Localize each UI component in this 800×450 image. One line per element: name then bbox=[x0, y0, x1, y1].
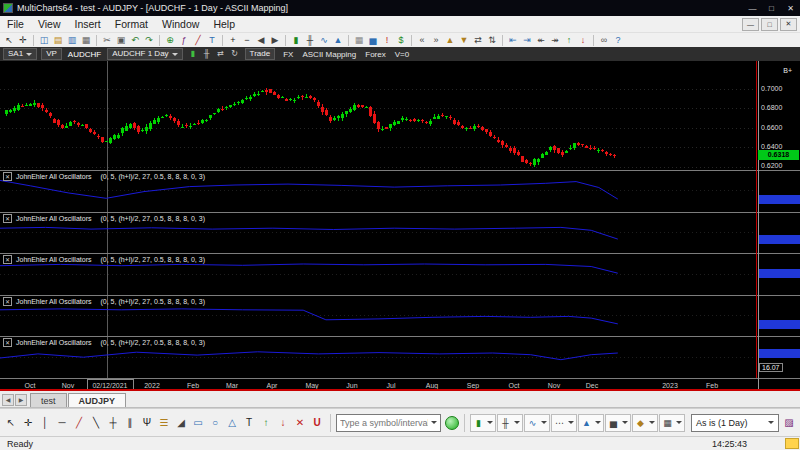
indicator-close-icon[interactable]: ✕ bbox=[3, 338, 12, 347]
arrow-down-icon[interactable]: ▼ bbox=[457, 34, 471, 47]
draw-vertical-line-icon[interactable]: │ bbox=[37, 414, 53, 431]
indicator-close-icon[interactable]: ✕ bbox=[3, 214, 12, 223]
draw-trendline-icon[interactable]: ╱ bbox=[71, 414, 87, 431]
crosshair-icon[interactable]: ✛ bbox=[16, 34, 30, 47]
draw-crosshair-icon[interactable]: ✛ bbox=[20, 414, 36, 431]
indicator-close-icon[interactable]: ✕ bbox=[3, 172, 12, 181]
cut-icon[interactable]: ✂ bbox=[100, 34, 114, 47]
zoom-out-icon[interactable]: − bbox=[240, 34, 254, 47]
apply-symbol-button[interactable] bbox=[445, 416, 459, 430]
menu-item-view[interactable]: View bbox=[31, 17, 68, 31]
trade-panel-icon[interactable]: $ bbox=[394, 34, 408, 47]
dock-right-icon[interactable]: ⇥ bbox=[520, 34, 534, 47]
menu-item-insert[interactable]: Insert bbox=[68, 17, 108, 31]
tab-audjpy[interactable]: AUDJPY bbox=[68, 393, 127, 407]
help-icon[interactable]: ? bbox=[611, 34, 625, 47]
undo-icon[interactable]: ↶ bbox=[128, 34, 142, 47]
insert-text-icon[interactable]: T bbox=[205, 34, 219, 47]
header-compress-icon[interactable]: ⇄ bbox=[215, 48, 227, 60]
ascii-mapping-mode-label[interactable]: ASCII Mapping bbox=[302, 50, 356, 59]
step-forward-icon[interactable]: ↠ bbox=[548, 34, 562, 47]
arrow-up-icon[interactable]: ▲ bbox=[443, 34, 457, 47]
area-type-button[interactable]: ▲ bbox=[578, 414, 604, 432]
remove-drawing-icon[interactable]: ✕ bbox=[292, 414, 308, 431]
sa1-dropdown[interactable]: SA1 bbox=[3, 48, 37, 60]
chart-area[interactable]: OctNov02/12/20212022FebMarAprMayJunJulAu… bbox=[0, 61, 800, 391]
draw-gann-fan-icon[interactable]: ◢ bbox=[173, 414, 189, 431]
area-style-icon[interactable]: ▲ bbox=[331, 34, 345, 47]
insert-study-icon[interactable]: ƒ bbox=[177, 34, 191, 47]
draw-ray-icon[interactable]: ╲ bbox=[88, 414, 104, 431]
draw-arrow-down-icon[interactable]: ↓ bbox=[275, 414, 291, 431]
mdi-restore-button[interactable]: □ bbox=[761, 18, 778, 31]
dot-type-button[interactable]: ⋯ bbox=[551, 414, 577, 432]
header-candle-icon[interactable]: ▮ bbox=[187, 48, 199, 60]
print-icon[interactable]: ▦ bbox=[79, 34, 93, 47]
pan-up-icon[interactable]: ↑ bbox=[562, 34, 576, 47]
vp-button[interactable]: VP bbox=[41, 48, 62, 60]
tab-scroll-right-button[interactable]: ▶ bbox=[15, 394, 27, 406]
menu-item-window[interactable]: Window bbox=[155, 17, 206, 31]
menu-item-file[interactable]: File bbox=[0, 17, 31, 31]
indicator-close-icon[interactable]: ✕ bbox=[3, 297, 12, 306]
scroll-right-icon[interactable]: ▶ bbox=[268, 34, 282, 47]
menu-item-format[interactable]: Format bbox=[108, 17, 155, 31]
maximize-button[interactable]: □ bbox=[762, 0, 781, 16]
renko-type-button[interactable]: ▦ bbox=[659, 414, 685, 432]
candlestick-type-button[interactable]: ▮ bbox=[470, 414, 496, 432]
chevron-down-icon[interactable] bbox=[431, 421, 437, 424]
draw-pitchfork-icon[interactable]: Ψ bbox=[139, 414, 155, 431]
tab-scroll-left-button[interactable]: ◀ bbox=[2, 394, 14, 406]
draw-text-icon[interactable]: T bbox=[241, 414, 257, 431]
insert-trendline-icon[interactable]: ╱ bbox=[191, 34, 205, 47]
draw-parallel-channel-icon[interactable]: ∥ bbox=[122, 414, 138, 431]
bar-style-icon[interactable]: ╫ bbox=[303, 34, 317, 47]
save-workspace-icon[interactable]: ▥ bbox=[65, 34, 79, 47]
volume-mode-label[interactable]: V=0 bbox=[395, 50, 409, 59]
compress-left-icon[interactable]: « bbox=[415, 34, 429, 47]
draw-ellipse-icon[interactable]: ○ bbox=[207, 414, 223, 431]
open-workspace-icon[interactable]: ▤ bbox=[51, 34, 65, 47]
minimize-button[interactable]: — bbox=[743, 0, 762, 16]
pointer-icon[interactable]: ↖ bbox=[2, 34, 16, 47]
tab-test[interactable]: test bbox=[30, 393, 67, 407]
insert-symbol-icon[interactable]: ⊕ bbox=[163, 34, 177, 47]
magnet-mode-icon[interactable]: U bbox=[309, 414, 325, 431]
draw-arrow-up-icon[interactable]: ↑ bbox=[258, 414, 274, 431]
copy-icon[interactable]: ▣ bbox=[114, 34, 128, 47]
draw-triangle-icon[interactable]: △ bbox=[224, 414, 240, 431]
compress-right-icon[interactable]: » bbox=[429, 34, 443, 47]
menu-item-help[interactable]: Help bbox=[206, 17, 242, 31]
scroll-left-icon[interactable]: ◀ bbox=[254, 34, 268, 47]
style-apply-icon[interactable]: ▨ bbox=[781, 414, 797, 431]
alerts-icon[interactable]: ! bbox=[380, 34, 394, 47]
grid-toggle-icon[interactable]: ▦ bbox=[352, 34, 366, 47]
notification-box[interactable] bbox=[785, 438, 799, 449]
step-back-icon[interactable]: ↞ bbox=[534, 34, 548, 47]
histogram-type-button[interactable]: ▅ bbox=[605, 414, 631, 432]
draw-rectangle-icon[interactable]: ▭ bbox=[190, 414, 206, 431]
symbol-combo[interactable] bbox=[336, 414, 441, 432]
swap-horizontal-icon[interactable]: ⇄ bbox=[471, 34, 485, 47]
series-dropdown[interactable]: AUDCHF 1 Day bbox=[107, 48, 182, 60]
volume-toggle-icon[interactable]: ▅ bbox=[366, 34, 380, 47]
trade-button[interactable]: Trade bbox=[245, 48, 276, 60]
line-style-icon[interactable]: ∿ bbox=[317, 34, 331, 47]
draw-pointer-icon[interactable]: ↖ bbox=[3, 414, 19, 431]
fx-mode-label[interactable]: FX bbox=[283, 50, 293, 59]
mdi-close-button[interactable]: ✕ bbox=[780, 18, 797, 31]
dock-left-icon[interactable]: ⇤ bbox=[506, 34, 520, 47]
header-refresh-icon[interactable]: ↻ bbox=[229, 48, 241, 60]
resolution-select[interactable]: As is (1 Day) bbox=[691, 414, 779, 432]
forex-mode-label[interactable]: Forex bbox=[365, 50, 385, 59]
candle-style-icon[interactable]: ▮ bbox=[289, 34, 303, 47]
redo-icon[interactable]: ↷ bbox=[142, 34, 156, 47]
zoom-in-icon[interactable]: + bbox=[226, 34, 240, 47]
symbol-label[interactable]: AUDCHF bbox=[66, 50, 103, 59]
draw-horizontal-line-icon[interactable]: ─ bbox=[54, 414, 70, 431]
header-bar-icon[interactable]: ╫ bbox=[201, 48, 213, 60]
indicator-close-icon[interactable]: ✕ bbox=[3, 255, 12, 264]
link-windows-icon[interactable]: ∞ bbox=[597, 34, 611, 47]
line-type-button[interactable]: ∿ bbox=[524, 414, 550, 432]
symbol-interval-input[interactable] bbox=[340, 418, 428, 428]
